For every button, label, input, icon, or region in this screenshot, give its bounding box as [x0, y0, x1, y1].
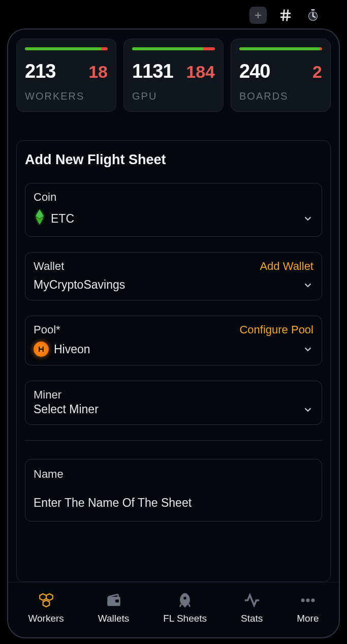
miner-value: Select Miner: [34, 403, 99, 416]
workers-alert: 18: [88, 62, 108, 82]
nav-more-label: More: [297, 613, 319, 624]
chevron-down-icon: [302, 213, 313, 224]
gpu-alert: 184: [186, 62, 215, 82]
coin-select[interactable]: Coin ETC: [25, 183, 322, 237]
stat-card-gpu[interactable]: 1131 184 GPU: [123, 39, 224, 112]
name-input[interactable]: Name Enter The Name Of The Sheet: [25, 459, 322, 522]
honeycomb-icon: [38, 592, 55, 609]
nav-more[interactable]: More: [297, 592, 319, 624]
wallet-value: MyCryptoSavings: [34, 278, 125, 292]
page-title: Add New Flight Sheet: [25, 152, 322, 168]
divider: [25, 440, 322, 441]
workers-count: 213: [25, 60, 55, 82]
chevron-down-icon: [302, 344, 313, 355]
nav-stats-label: Stats: [241, 613, 263, 624]
svg-line-5: [287, 10, 289, 21]
svg-point-18: [306, 598, 309, 602]
chevron-down-icon: [302, 404, 313, 415]
miner-label: Miner: [34, 388, 61, 402]
wallet-label: Wallet: [34, 260, 64, 273]
hash-icon[interactable]: [277, 7, 294, 24]
boards-label: BOARDS: [239, 90, 322, 102]
nav-workers-label: Workers: [28, 613, 64, 624]
nav-flsheets[interactable]: FL Sheets: [163, 592, 207, 624]
svg-marker-8: [36, 209, 44, 219]
hiveon-icon: [34, 342, 49, 357]
nav-wallets-label: Wallets: [98, 613, 130, 624]
add-icon[interactable]: [249, 7, 267, 24]
stat-card-boards[interactable]: 240 2 BOARDS: [231, 39, 331, 112]
nav-flsheets-label: FL Sheets: [163, 613, 207, 624]
boards-alert: 2: [312, 62, 322, 82]
svg-marker-13: [40, 594, 46, 600]
etc-coin-icon: [34, 209, 46, 228]
stats-row: 213 18 WORKERS 1131 184 GPU 240 2 BOARDS: [8, 29, 339, 112]
svg-point-19: [311, 598, 314, 602]
name-placeholder: Enter The Name Of The Sheet: [34, 496, 313, 510]
timer-icon[interactable]: [304, 7, 322, 24]
name-label: Name: [34, 468, 64, 480]
coin-value: ETC: [51, 212, 74, 226]
pool-select[interactable]: Pool* Configure Pool Hiveon: [25, 316, 322, 365]
rocket-icon: [176, 592, 194, 609]
svg-point-16: [183, 597, 186, 600]
more-icon: [299, 592, 317, 609]
nav-stats[interactable]: Stats: [241, 592, 263, 624]
boards-count: 240: [239, 60, 270, 82]
configure-pool-link[interactable]: Configure Pool: [239, 323, 313, 336]
wallet-select[interactable]: Wallet Add Wallet MyCryptoSavings: [25, 252, 322, 300]
svg-line-4: [283, 10, 285, 21]
miner-select[interactable]: Miner Select Miner: [25, 381, 322, 425]
bottom-nav: Workers Wallets FL Sheets Stats More: [8, 582, 339, 637]
chevron-down-icon: [302, 280, 313, 291]
nav-workers[interactable]: Workers: [28, 592, 64, 624]
activity-icon: [243, 592, 261, 609]
svg-marker-14: [46, 594, 53, 600]
add-wallet-link[interactable]: Add Wallet: [260, 260, 313, 273]
svg-point-17: [301, 598, 304, 602]
coin-label: Coin: [34, 191, 56, 204]
pool-value: Hiveon: [54, 343, 90, 356]
gpu-count: 1131: [132, 60, 173, 82]
pool-label: Pool*: [34, 323, 60, 336]
svg-rect-6: [311, 9, 315, 10]
stat-card-workers[interactable]: 213 18 WORKERS: [16, 39, 116, 112]
svg-marker-15: [43, 600, 49, 607]
gpu-label: GPU: [132, 90, 215, 102]
nav-wallets[interactable]: Wallets: [98, 592, 130, 624]
wallet-icon: [105, 592, 122, 609]
workers-label: WORKERS: [25, 90, 108, 102]
